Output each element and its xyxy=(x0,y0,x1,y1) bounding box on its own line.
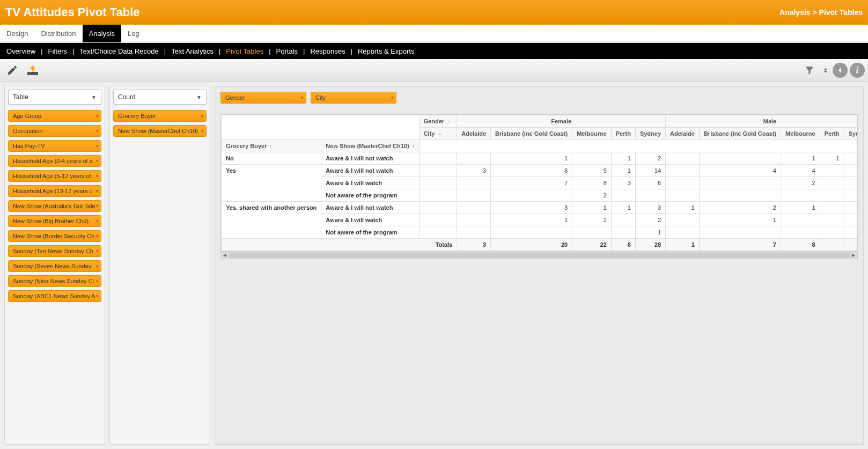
city-header[interactable]: Brisbane (inc Gold Coast) xyxy=(491,128,572,140)
field-pill-label: Sunday (ABC1 News Sunday A xyxy=(13,293,95,299)
chevron-down-icon: ▾ xyxy=(96,248,99,254)
info-icon[interactable]: i xyxy=(850,63,865,78)
data-cell: 4 xyxy=(844,214,858,226)
chevron-down-icon: ▾ xyxy=(201,128,204,134)
row-dim-grocery[interactable]: Grocery Buyer ↑ xyxy=(222,140,321,152)
data-cell: 3 xyxy=(635,202,665,214)
field-pill-avail-8[interactable]: New Show (Border Security Ch▾ xyxy=(8,230,101,242)
field-pill-label: New Show (Border Security Ch xyxy=(13,233,94,239)
data-cell: 2 xyxy=(572,189,612,202)
filter-icon[interactable] xyxy=(800,61,819,79)
gender-header[interactable]: Male xyxy=(666,115,858,128)
field-pill-label: Gender xyxy=(225,94,245,101)
subnav-portals[interactable]: Portals xyxy=(274,47,300,55)
city-header[interactable]: Perth xyxy=(611,128,635,140)
data-cell: 1 xyxy=(666,202,700,214)
data-cell xyxy=(820,202,844,214)
subnav-text-choice-data-recode[interactable]: Text/Choice Data Recode xyxy=(77,47,160,55)
field-pill-avail-0[interactable]: Age Group▾ xyxy=(8,110,101,122)
chevron-down-icon: ▾ xyxy=(96,293,99,299)
data-cell xyxy=(457,202,491,214)
subnav-responses[interactable]: Responses xyxy=(308,47,347,55)
export-icon[interactable] xyxy=(24,61,42,79)
chevron-down-icon: ▾ xyxy=(96,143,99,149)
data-cell: 1 xyxy=(781,152,820,165)
data-cell: 8 xyxy=(491,165,572,177)
data-cell xyxy=(844,189,858,202)
pivot-table: Gender ←FemaleMaleTotalsCity ←AdelaideBr… xyxy=(221,115,858,251)
main-area: Table ▼ Age Group▾Occupation▾Has Pay-TV▾… xyxy=(0,82,868,449)
view-mode-select[interactable]: Table ▼ xyxy=(8,90,101,105)
field-pill-label: Household Age (0-4 years of a xyxy=(13,158,93,164)
data-cell: 1 xyxy=(611,152,635,165)
city-header[interactable]: Melbourne xyxy=(572,128,612,140)
subnav-pivot-tables[interactable]: Pivot Tables xyxy=(224,47,266,55)
row-dim-show[interactable]: New Show (MasterChef Ch10) ↑ xyxy=(321,140,419,152)
data-cell: 4 xyxy=(781,165,820,177)
top-tab-analysis[interactable]: Analysis xyxy=(83,25,121,42)
col-total: 6 xyxy=(611,239,635,251)
show-cell: Aware & I will watch xyxy=(321,214,419,226)
subnav-text-analytics[interactable]: Text Analytics xyxy=(169,47,216,55)
chevron-down-icon: ▾ xyxy=(96,233,99,239)
field-pill-avail-6[interactable]: New Show (Australia's Got Tale▾ xyxy=(8,200,101,212)
measure-select[interactable]: Count ▼ xyxy=(113,90,207,105)
top-tab-log[interactable]: Log xyxy=(121,25,146,42)
data-cell xyxy=(666,214,700,226)
field-pill-avail-7[interactable]: New Show (Big Brother Ch9)▾ xyxy=(8,215,101,227)
field-pill-label: Household Age (5-12 years of xyxy=(13,173,91,179)
data-cell xyxy=(491,226,572,239)
col-total: 3 xyxy=(457,239,491,251)
field-pill-avail-1[interactable]: Occupation▾ xyxy=(8,125,101,137)
subnav-reports-exports[interactable]: Reports & Exports xyxy=(356,47,417,55)
data-cell: 14 xyxy=(635,165,665,177)
horizontal-scrollbar[interactable]: ◄ ► xyxy=(220,252,858,259)
subnav-filters[interactable]: Filters xyxy=(46,47,69,55)
edit-icon[interactable] xyxy=(3,61,21,79)
col-total: 8 xyxy=(781,239,820,251)
city-header[interactable]: Perth xyxy=(820,128,844,140)
field-pill-label: New Show (Big Brother Ch9) xyxy=(13,218,89,224)
gender-header[interactable]: Female xyxy=(457,115,666,128)
chevron-down-icon[interactable] xyxy=(821,61,830,79)
field-pill-avail-4[interactable]: Household Age (5-12 years of▾ xyxy=(8,170,101,182)
field-pill-col-0[interactable]: Gender▾ xyxy=(220,92,306,104)
col-dim-city[interactable]: City ← xyxy=(419,128,457,140)
field-pill-avail-12[interactable]: Sunday (ABC1 News Sunday A▾ xyxy=(8,290,101,302)
field-pill-row-1[interactable]: New Show (MasterChef Ch10)▾ xyxy=(113,125,207,137)
grocery-cell: Yes, shared with another person xyxy=(222,202,321,239)
field-pill-avail-9[interactable]: Sunday (Ten News Sunday Ch▾ xyxy=(8,245,101,257)
city-header[interactable]: Adelaide xyxy=(666,128,700,140)
city-header[interactable]: Sydney xyxy=(635,128,665,140)
field-pill-avail-2[interactable]: Has Pay-TV▾ xyxy=(8,140,101,152)
city-header[interactable]: Sydney xyxy=(844,128,858,140)
city-header[interactable]: Adelaide xyxy=(457,128,491,140)
scroll-left-icon[interactable]: ◄ xyxy=(221,252,229,258)
data-cell xyxy=(820,226,844,239)
field-pill-row-0[interactable]: Grocery Buyer▾ xyxy=(113,110,207,122)
data-cell xyxy=(457,214,491,226)
top-tab-distribution[interactable]: Distribution xyxy=(34,25,82,42)
field-pill-avail-3[interactable]: Household Age (0-4 years of a▾ xyxy=(8,155,101,167)
scroll-right-icon[interactable]: ► xyxy=(850,252,857,258)
data-cell xyxy=(572,226,612,239)
subnav-overview[interactable]: Overview xyxy=(4,47,38,55)
chevron-down-icon: ▾ xyxy=(301,95,304,100)
field-pill-avail-11[interactable]: Sunday (Nine News Sunday Cl▾ xyxy=(8,275,101,287)
field-pill-label: Occupation xyxy=(13,128,43,134)
available-fields-panel: Table ▼ Age Group▾Occupation▾Has Pay-TV▾… xyxy=(4,86,105,445)
data-cell: 2 xyxy=(781,177,820,189)
field-pill-avail-10[interactable]: Sunday (Seven News Sunday▾ xyxy=(8,260,101,272)
col-dim-gender[interactable]: Gender ← xyxy=(419,115,457,128)
grocery-cell: Yes xyxy=(222,165,321,202)
data-cell xyxy=(457,177,491,189)
city-header[interactable]: Melbourne xyxy=(781,128,820,140)
top-tab-design[interactable]: Design xyxy=(0,25,34,42)
field-pill-avail-5[interactable]: Household Age (13-17 years o▾ xyxy=(8,185,101,197)
data-cell xyxy=(699,189,781,202)
show-cell: Not aware of the program xyxy=(321,226,419,239)
field-pill-col-1[interactable]: City▾ xyxy=(311,92,396,104)
city-header[interactable]: Brisbane (inc Gold Coast) xyxy=(699,128,781,140)
back-icon[interactable] xyxy=(833,63,848,78)
data-cell xyxy=(820,177,844,189)
